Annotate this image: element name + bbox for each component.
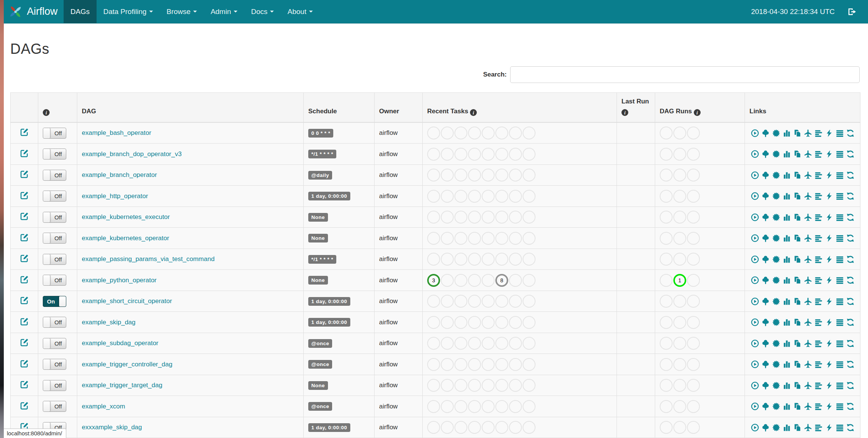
nav-item-data-profiling[interactable]: Data Profiling [97,0,160,23]
dag-pause-toggle[interactable]: Off [43,380,66,391]
task-tries-icon[interactable] [793,255,801,263]
gantt-icon[interactable] [815,297,823,305]
task-duration-icon[interactable] [783,402,791,410]
dag-pause-toggle[interactable]: Off [43,401,66,412]
refresh-icon[interactable] [846,318,854,326]
tree-view-icon[interactable] [762,339,770,347]
dag-pause-toggle[interactable]: Off [43,149,66,160]
dag-link[interactable]: example_subdag_operator [82,339,158,347]
dag-link[interactable]: example_bash_operator [82,129,151,136]
gantt-icon[interactable] [815,192,823,200]
task-tries-icon[interactable] [793,129,801,137]
edit-dag-icon[interactable] [20,170,29,178]
task-tries-icon[interactable] [793,424,801,432]
trigger-dag-icon[interactable] [751,339,759,347]
task-tries-icon[interactable] [793,318,801,326]
landing-times-icon[interactable] [804,255,812,263]
gantt-icon[interactable] [815,255,823,263]
logs-icon[interactable] [836,382,844,390]
edit-dag-icon[interactable] [20,254,29,263]
tree-view-icon[interactable] [762,171,770,179]
graph-view-icon[interactable] [772,234,780,242]
landing-times-icon[interactable] [804,213,812,221]
trigger-dag-icon[interactable] [751,402,759,410]
landing-times-icon[interactable] [804,402,812,410]
gantt-icon[interactable] [815,276,823,284]
gantt-icon[interactable] [815,318,823,326]
gantt-icon[interactable] [815,382,823,390]
logs-icon[interactable] [836,402,844,410]
tree-view-icon[interactable] [762,192,770,200]
dag-pause-toggle[interactable]: Off [43,254,66,265]
dag-pause-toggle[interactable]: Off [43,212,66,223]
code-view-icon[interactable] [825,171,833,179]
dag-pause-toggle[interactable]: Off [43,317,66,328]
code-view-icon[interactable] [825,339,833,347]
task-duration-icon[interactable] [783,360,791,368]
code-view-icon[interactable] [825,360,833,368]
logs-icon[interactable] [836,424,844,432]
graph-view-icon[interactable] [772,213,780,221]
landing-times-icon[interactable] [804,424,812,432]
trigger-dag-icon[interactable] [751,424,759,432]
dag-pause-toggle[interactable]: Off [43,191,66,202]
dag-pause-toggle[interactable]: Off [43,359,66,370]
landing-times-icon[interactable] [804,339,812,347]
task-duration-icon[interactable] [783,129,791,137]
refresh-icon[interactable] [846,297,854,305]
refresh-icon[interactable] [846,402,854,410]
code-view-icon[interactable] [825,150,833,158]
task-duration-icon[interactable] [783,192,791,200]
edit-dag-icon[interactable] [20,275,29,284]
graph-view-icon[interactable] [772,276,780,284]
edit-dag-icon[interactable] [20,317,29,326]
task-duration-icon[interactable] [783,234,791,242]
code-view-icon[interactable] [825,213,833,221]
search-input[interactable] [510,66,860,83]
dag-pause-toggle[interactable]: Off [43,275,66,286]
task-duration-icon[interactable] [783,339,791,347]
code-view-icon[interactable] [825,192,833,200]
task-tries-icon[interactable] [793,150,801,158]
dag-link[interactable]: example_xcom [82,403,125,410]
task-tries-icon[interactable] [793,234,801,242]
dag-link[interactable]: example_kubernetes_operator [82,235,169,242]
landing-times-icon[interactable] [804,171,812,179]
graph-view-icon[interactable] [772,171,780,179]
logout-icon[interactable] [848,7,857,16]
trigger-dag-icon[interactable] [751,171,759,179]
landing-times-icon[interactable] [804,129,812,137]
logs-icon[interactable] [836,213,844,221]
tree-view-icon[interactable] [762,382,770,390]
task-duration-icon[interactable] [783,382,791,390]
logs-icon[interactable] [836,171,844,179]
tree-view-icon[interactable] [762,402,770,410]
dag-link[interactable]: example_skip_dag [82,319,136,326]
graph-view-icon[interactable] [772,129,780,137]
refresh-icon[interactable] [846,213,854,221]
graph-view-icon[interactable] [772,424,780,432]
task-tries-icon[interactable] [793,171,801,179]
airflow-brand[interactable]: Airflow [4,0,64,23]
refresh-icon[interactable] [846,255,854,263]
gantt-icon[interactable] [815,150,823,158]
tree-view-icon[interactable] [762,424,770,432]
dag-link[interactable]: example_trigger_target_dag [82,382,162,389]
task-tries-icon[interactable] [793,276,801,284]
landing-times-icon[interactable] [804,150,812,158]
tree-view-icon[interactable] [762,255,770,263]
task-duration-icon[interactable] [783,318,791,326]
trigger-dag-icon[interactable] [751,255,759,263]
gantt-icon[interactable] [815,171,823,179]
tree-view-icon[interactable] [762,276,770,284]
graph-view-icon[interactable] [772,402,780,410]
tree-view-icon[interactable] [762,318,770,326]
task-tries-icon[interactable] [793,213,801,221]
landing-times-icon[interactable] [804,276,812,284]
tree-view-icon[interactable] [762,213,770,221]
graph-view-icon[interactable] [772,339,780,347]
tree-view-icon[interactable] [762,360,770,368]
gantt-icon[interactable] [815,360,823,368]
dag-link[interactable]: example_passing_params_via_test_command [82,255,215,263]
dag-link[interactable]: example_branch_dop_operator_v3 [82,150,182,158]
